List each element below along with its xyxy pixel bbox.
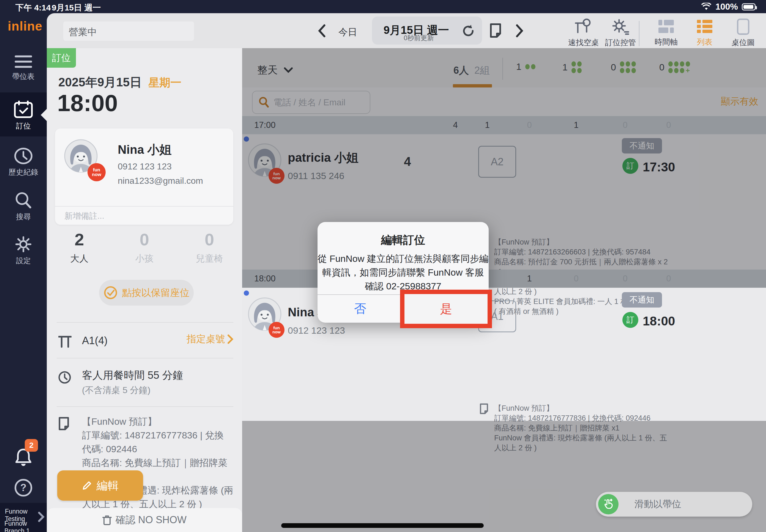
party-counts: 2大人 0小孩 0兒童椅 (47, 230, 242, 265)
clock-icon (0, 147, 47, 164)
next-day-button[interactable] (511, 20, 528, 42)
swipe-to-seat-button[interactable]: 滑動以帶位 (596, 492, 752, 517)
notifications-button[interactable] (0, 447, 47, 468)
customer-email: nina1233@gmail.com (118, 176, 203, 186)
hold-seat-button[interactable]: 點按以保留座位 (99, 280, 194, 306)
dining-time-note: (不含清桌 5 分鐘) (82, 384, 151, 396)
edit-button-label: 編輯 (97, 478, 119, 493)
view-label: 時間軸 (645, 37, 687, 47)
venue-switcher[interactable]: Funnow Testing Funnow Branch 1 (0, 503, 47, 532)
view-label: 列表 (684, 37, 725, 47)
unread-dot (244, 290, 249, 296)
gear-lines-icon (600, 18, 641, 35)
dialog-yes-button[interactable]: 是 (440, 301, 452, 317)
trash-icon (102, 515, 112, 526)
svg-text:?: ? (20, 482, 26, 493)
reservation-tag: 訂位 (47, 48, 76, 68)
list-view-button[interactable]: 列表 (684, 18, 725, 47)
check-circle-icon (103, 286, 118, 300)
divider (57, 358, 233, 358)
dialog-title: 編輯訂位 (318, 232, 489, 248)
sidebar-item-search[interactable]: 搜尋 (0, 191, 47, 222)
assign-table-button[interactable]: 指定桌號 (187, 333, 233, 345)
reservation-time: 18:00 (57, 89, 118, 117)
view-label: 速找空桌 (563, 37, 604, 48)
dining-time-row: 客人用餐時間 55 分鐘 (不含清桌 5 分鐘) (57, 367, 233, 402)
divider (57, 406, 233, 407)
last-updated-label: 0秒前更新 (372, 34, 466, 42)
dialog-no-button[interactable]: 否 (318, 295, 403, 323)
chevron-right-icon (37, 512, 45, 522)
dining-time-label: 客人用餐時間 55 分鐘 (82, 368, 183, 382)
reservation-weekday: 星期一 (148, 76, 181, 89)
sidebar-item-label: 搜尋 (0, 212, 47, 222)
sidebar-item-settings[interactable]: 設定 (0, 235, 47, 266)
floor-map-icon (723, 18, 764, 35)
sidebar: inline 帶位表 訂位 歷史紀錄 搜尋 (0, 13, 47, 532)
sidebar-item-label: 帶位表 (0, 72, 47, 81)
status-time: 下午 4:14 (15, 2, 51, 13)
chevron-right-icon (227, 334, 233, 344)
customer-name: Nina 小姐 (118, 142, 172, 158)
swipe-hand-icon (598, 494, 619, 514)
confirm-no-show-button[interactable]: 確認 NO SHOW (47, 508, 242, 532)
day-note-button[interactable] (489, 23, 502, 38)
pencil-icon (82, 480, 92, 491)
table-icon (58, 335, 72, 348)
edit-button[interactable]: 編輯 (57, 470, 143, 501)
wifi-icon (701, 3, 712, 11)
chevron-right-icon (516, 24, 523, 37)
home-indicator[interactable] (281, 523, 484, 528)
view-label: 桌位圖 (723, 37, 764, 48)
list-icon (684, 18, 725, 35)
child-count[interactable]: 0小孩 (112, 230, 177, 265)
card-divider (55, 206, 233, 207)
help-icon: ? (0, 478, 47, 497)
customer-card[interactable]: funnow Nina 小姐 0912 123 123 nina1233@gma… (55, 128, 233, 225)
assign-table-label: 指定桌號 (187, 333, 225, 345)
reservation-detail-panel: 訂位 2025年9月15日星期一 18:00 funnow Nina 小姐 09… (47, 48, 242, 532)
timeline-icon (645, 18, 687, 35)
sidebar-item-history[interactable]: 歷史紀錄 (0, 147, 47, 177)
gear-icon (0, 235, 47, 253)
find-table-button[interactable]: 速找空桌 (563, 18, 604, 48)
note-icon (58, 417, 70, 430)
funnow-badge: funnow (87, 163, 106, 181)
highchair-count[interactable]: 0兒童椅 (177, 230, 242, 265)
help-button[interactable]: ? (0, 478, 47, 497)
table-number: A1(4) (82, 335, 108, 347)
sidebar-item-seating-list[interactable]: 帶位表 (0, 54, 47, 81)
notification-badge: 2 (25, 439, 38, 452)
note-icon (479, 403, 489, 414)
hold-seat-label: 點按以保留座位 (122, 286, 190, 299)
today-button[interactable]: 今日 (338, 26, 357, 39)
swipe-to-seat-label: 滑動以帶位 (634, 498, 681, 511)
guest-phone: 0912 123 123 (288, 325, 345, 336)
divider (57, 322, 233, 323)
prev-day-button[interactable] (314, 20, 330, 42)
booked-badge: 訂 (622, 312, 638, 328)
sidebar-item-reservations[interactable]: 訂位 (0, 101, 47, 131)
clock-icon (58, 371, 72, 384)
date-pill[interactable]: 9月15日 週一 0秒前更新 (372, 17, 482, 45)
reservation-control-button[interactable]: 訂位控管 (600, 18, 641, 48)
reservation-time: 18:00 (643, 314, 675, 328)
inline-logo: inline (8, 19, 42, 34)
dialog-body: 從 FunNow 建立的訂位無法與顧客同步編 輯資訊，如需同步請聯繫 FunNo… (318, 252, 489, 293)
battery-percent: 100% (715, 2, 738, 12)
status-date: 9月15日 週一 (52, 2, 101, 13)
customer-phone: 0912 123 123 (118, 161, 172, 172)
no-notify-badge: 不通知 (622, 292, 662, 308)
note-icon (489, 23, 502, 38)
calendar-check-icon (0, 101, 47, 118)
reservation-date: 2025年9月15日星期一 (58, 74, 181, 91)
timeline-view-button[interactable]: 時間軸 (645, 18, 687, 47)
no-show-label: 確認 NO SHOW (116, 513, 187, 527)
hamburger-icon (0, 54, 47, 69)
add-note-field[interactable]: 新增備註... (64, 210, 104, 222)
floor-map-button[interactable]: 桌位圖 (723, 18, 764, 48)
battery-icon (742, 3, 756, 10)
adult-count[interactable]: 2大人 (47, 230, 112, 265)
sidebar-item-label: 設定 (0, 256, 47, 266)
table-row[interactable]: A1(4) 指定桌號 (57, 331, 233, 356)
